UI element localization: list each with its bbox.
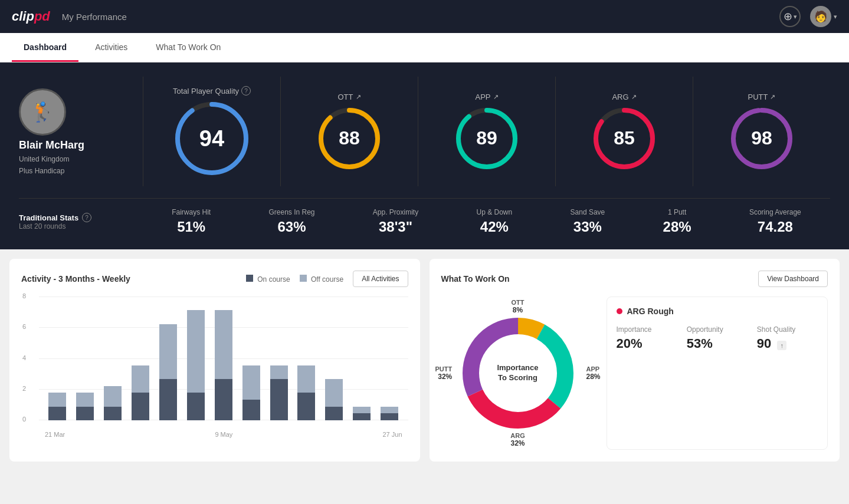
bar-group <box>238 297 264 420</box>
on-course-bar <box>132 393 149 420</box>
player-handicap: Plus Handicap <box>19 167 64 175</box>
on-course-bar <box>270 379 288 420</box>
updown-label: Up & Down <box>477 208 513 216</box>
trad-info-icon[interactable]: ? <box>82 213 91 222</box>
updown-value: 42% <box>480 219 509 235</box>
on-course-dot <box>246 275 253 282</box>
off-course-bar <box>132 365 149 393</box>
putt-panel: PUTT ↗ 98 <box>693 77 830 186</box>
fairways-label: Fairways Hit <box>172 208 211 216</box>
putt-label: PUTT ↗ <box>748 93 776 101</box>
ott-panel: OTT ↗ 88 <box>281 77 418 186</box>
legend-off-course: Off course <box>300 275 343 284</box>
stat-oneputt: 1 Putt 28% <box>663 208 691 235</box>
player-name: Blair McHarg <box>19 139 84 151</box>
ott-circle: 88 <box>317 106 382 171</box>
bar-group <box>100 297 126 420</box>
detail-metrics: Importance 20% Opportunity 53% Shot Qual… <box>617 325 818 351</box>
off-course-bar <box>48 393 66 406</box>
total-quality-circle: 94 <box>173 100 250 177</box>
proximity-label: App. Proximity <box>373 208 418 216</box>
on-course-bar <box>104 407 122 420</box>
header: clippd My Performance ⊕ ▾ 🧑 ▾ <box>0 0 849 33</box>
opportunity-label: Opportunity <box>687 325 748 334</box>
bar-group <box>128 297 153 420</box>
off-course-bar <box>353 407 371 414</box>
tab-activities[interactable]: Activities <box>83 33 139 62</box>
legend-on-course: On course <box>246 275 290 284</box>
scoring-value: 74.28 <box>758 219 793 235</box>
arg-donut-label: ARG 32% <box>510 432 525 447</box>
arg-circle: 85 <box>592 106 657 171</box>
on-course-bar <box>381 413 398 420</box>
trad-stats-row: Fairways Hit 51% Greens In Reg 63% App. … <box>143 208 830 235</box>
on-course-bar <box>325 407 343 420</box>
oneputt-label: 1 Putt <box>668 208 686 216</box>
on-course-bar <box>242 400 260 420</box>
tab-what-to-work-on[interactable]: What To Work On <box>144 33 232 62</box>
detail-card-title: ARG Rough <box>617 307 818 316</box>
off-course-bar <box>242 365 260 400</box>
bar-group <box>294 297 319 420</box>
off-course-bar <box>270 365 288 379</box>
xlabel-mar: 21 Mar <box>45 431 65 438</box>
all-activities-button[interactable]: All Activities <box>353 271 408 287</box>
detail-opportunity: Opportunity 53% <box>687 325 748 351</box>
app-value: 89 <box>476 127 497 149</box>
off-course-bar <box>104 386 122 407</box>
wtwo-header: What To Work On View Dashboard <box>441 271 828 287</box>
ott-donut-label: OTT 8% <box>512 299 525 314</box>
add-button[interactable]: ⊕ ▾ <box>779 6 801 27</box>
nav-tabs: Dashboard Activities What To Work On <box>0 33 849 62</box>
add-dropdown-icon: ▾ <box>794 13 797 21</box>
detail-dot <box>617 308 622 314</box>
arg-panel: ARG ↗ 85 <box>556 77 693 186</box>
off-course-bar <box>187 310 205 393</box>
trad-sublabel: Last 20 rounds <box>19 222 143 230</box>
chart-xlabels: 21 Mar 9 May 27 Jun <box>39 431 408 438</box>
logo: clippd <box>12 9 50 24</box>
sandsave-value: 33% <box>573 219 602 235</box>
detail-shot-quality: Shot Quality 90 ↑ <box>757 325 818 351</box>
total-quality-panel: Total Player Quality ? 94 <box>143 77 281 186</box>
app-label: APP ↗ <box>475 93 498 101</box>
arg-value: 85 <box>614 127 635 149</box>
view-dashboard-button[interactable]: View Dashboard <box>758 271 828 287</box>
header-right: ⊕ ▾ 🧑 ▾ <box>779 6 837 27</box>
proximity-value: 38'3" <box>379 219 412 235</box>
gir-value: 63% <box>277 219 306 235</box>
stat-updown: Up & Down 42% <box>477 208 513 235</box>
shot-quality-value: 90 ↑ <box>757 336 818 351</box>
activity-title: Activity - 3 Months - Weekly <box>21 274 130 284</box>
bar-group <box>45 297 70 420</box>
activity-card: Activity - 3 Months - Weekly On course O… <box>9 259 420 462</box>
off-course-bar <box>297 365 315 393</box>
ott-label: OTT ↗ <box>338 93 361 101</box>
bar-group <box>377 297 402 420</box>
hero-top: 🏌️ Blair McHarg United Kingdom Plus Hand… <box>19 77 830 186</box>
off-course-bar <box>381 407 398 414</box>
off-course-dot <box>300 275 307 282</box>
info-icon[interactable]: ? <box>241 86 251 95</box>
opportunity-value: 53% <box>687 336 748 351</box>
on-course-bar <box>187 393 205 420</box>
bar-group <box>266 297 291 420</box>
avatar-section[interactable]: 🧑 ▾ <box>810 6 837 27</box>
gir-label: Greens In Reg <box>268 208 314 216</box>
player-country: United Kingdom <box>19 155 69 163</box>
putt-value: 98 <box>751 127 772 149</box>
on-course-bar <box>215 379 232 420</box>
hero-section: 🏌️ Blair McHarg United Kingdom Plus Hand… <box>0 62 849 249</box>
putt-circle: 98 <box>729 106 794 171</box>
off-course-bar <box>76 393 94 406</box>
traditional-stats: Traditional Stats ? Last 20 rounds Fairw… <box>19 198 830 235</box>
stat-proximity: App. Proximity 38'3" <box>373 208 418 235</box>
app-donut-label: APP 28% <box>586 365 600 381</box>
shot-quality-label: Shot Quality <box>757 325 818 334</box>
sandsave-label: Sand Save <box>571 208 605 216</box>
total-quality-value: 94 <box>199 126 224 151</box>
tab-dashboard[interactable]: Dashboard <box>12 33 78 62</box>
bar-group <box>349 297 375 420</box>
xlabel-jun: 27 Jun <box>382 431 402 438</box>
what-to-work-on-card: What To Work On View Dashboard <box>430 259 840 462</box>
